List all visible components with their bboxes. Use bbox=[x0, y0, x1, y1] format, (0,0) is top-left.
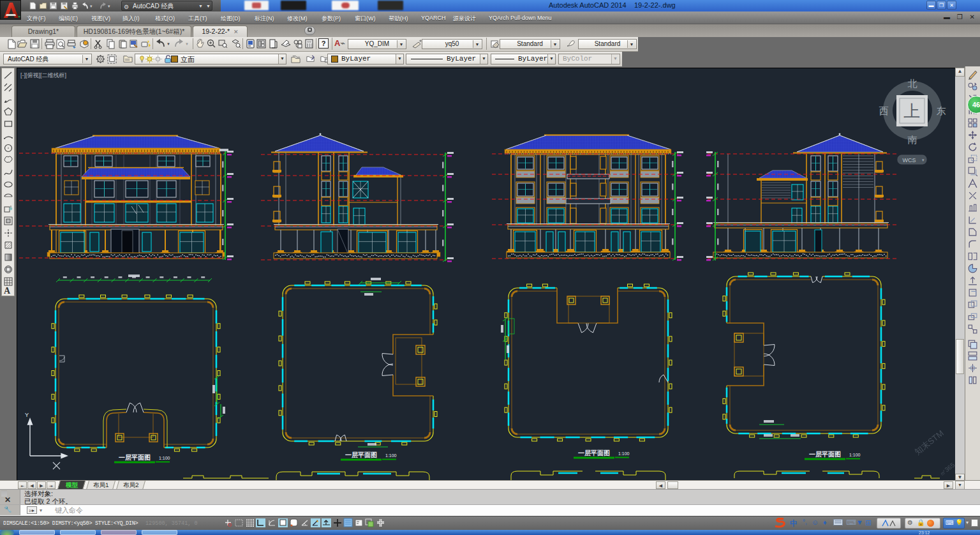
svg-text:西: 西 bbox=[879, 105, 889, 116]
svg-text:▾: ▾ bbox=[922, 158, 924, 162]
svg-text:一层平面图: 一层平面图 bbox=[809, 451, 841, 458]
svg-text:WCS: WCS bbox=[903, 157, 916, 163]
svg-text:㎡365: ㎡365 bbox=[938, 461, 956, 477]
svg-text:[-][俯视][二维线框]: [-][俯视][二维线框] bbox=[20, 72, 66, 79]
svg-text:北: 北 bbox=[908, 78, 917, 89]
svg-text:1:100: 1:100 bbox=[849, 453, 861, 457]
svg-text:一层平面图: 一层平面图 bbox=[578, 449, 610, 456]
svg-text:1:100: 1:100 bbox=[618, 451, 630, 456]
svg-text:上: 上 bbox=[903, 102, 920, 121]
svg-text:1:100: 1:100 bbox=[385, 453, 397, 458]
svg-text:1:100: 1:100 bbox=[159, 456, 170, 460]
svg-text:知末STM: 知末STM bbox=[913, 428, 946, 457]
svg-text:南: 南 bbox=[908, 134, 917, 145]
svg-text:Y: Y bbox=[25, 412, 29, 418]
svg-text:东: 东 bbox=[937, 105, 946, 116]
svg-text:一层平面图: 一层平面图 bbox=[119, 454, 151, 461]
svg-text:一层平面图: 一层平面图 bbox=[345, 451, 377, 458]
